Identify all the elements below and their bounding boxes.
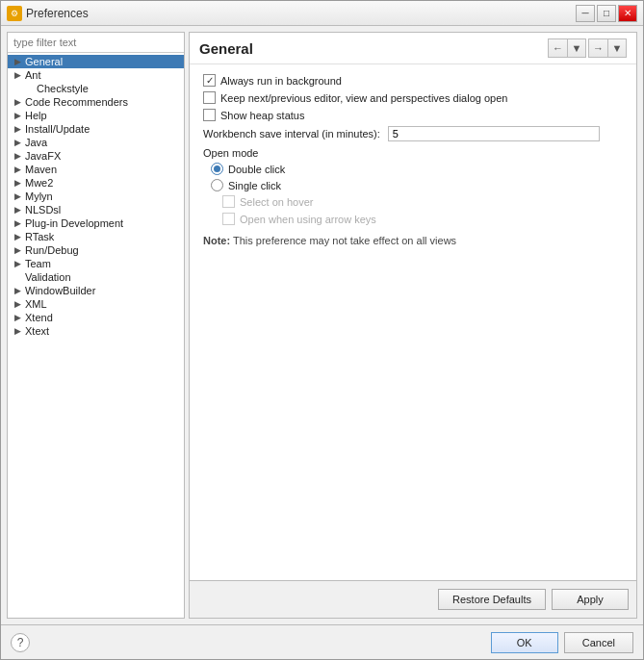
tree-item-mylyn[interactable]: ▶ Mylyn [8, 190, 184, 203]
footer-bar: ? OK Cancel [1, 624, 643, 659]
radio-double-click-label: Double click [228, 164, 285, 175]
cancel-button[interactable]: Cancel [564, 632, 633, 653]
workbench-row: Workbench save interval (in minutes): [203, 126, 623, 141]
label-help: Help [25, 110, 47, 121]
arrow-rtask: ▶ [12, 231, 23, 242]
checkbox-show-heap-input[interactable] [203, 109, 216, 121]
arrow-xtext: ▶ [12, 325, 23, 337]
label-mylyn: Mylyn [25, 190, 53, 202]
tree-item-team[interactable]: ▶ Team [8, 257, 184, 270]
tree-item-javafx[interactable]: ▶ JavaFX [8, 149, 184, 163]
arrow-general: ▶ [12, 56, 23, 67]
checkbox-always-run-input[interactable] [203, 74, 216, 87]
label-xml: XML [25, 298, 47, 310]
tree-item-xml[interactable]: ▶ XML [8, 297, 184, 311]
checkbox-keep-next-input[interactable] [203, 91, 216, 104]
checkbox-open-arrow-label: Open when using arrow keys [240, 214, 376, 225]
restore-defaults-button[interactable]: Restore Defaults [438, 589, 546, 610]
titlebar: ⚙ Preferences ─ □ ✕ [1, 1, 643, 26]
label-install-update: Install/Update [25, 123, 90, 135]
arrow-help: ▶ [12, 110, 23, 121]
label-xtend: Xtend [25, 312, 53, 323]
checkbox-open-arrow: Open when using arrow keys [222, 213, 623, 225]
bottom-buttons: Restore Defaults Apply [190, 580, 636, 618]
tree-area: ▶ General ▶ Ant ▶ Checkstyle ▶ Code Reco… [8, 53, 184, 618]
workbench-input[interactable] [388, 126, 600, 141]
label-maven: Maven [25, 164, 57, 175]
checkbox-always-run: Always run in background [203, 74, 623, 87]
window-icon: ⚙ [7, 6, 22, 21]
tree-item-maven[interactable]: ▶ Maven [8, 163, 184, 176]
titlebar-controls: ─ □ ✕ [576, 5, 637, 22]
radio-double-click: Double click [211, 163, 623, 175]
arrow-xtend: ▶ [12, 312, 23, 323]
filter-input[interactable] [8, 33, 184, 53]
arrow-ant: ▶ [12, 69, 23, 81]
note-prefix: Note: [203, 235, 230, 246]
tree-item-xtext[interactable]: ▶ Xtext [8, 324, 184, 338]
tree-item-help[interactable]: ▶ Help [8, 109, 184, 122]
label-general: General [25, 56, 63, 67]
tree-item-general[interactable]: ▶ General [8, 55, 184, 68]
checkbox-keep-next: Keep next/previous editor, view and pers… [203, 91, 623, 104]
checkbox-select-hover-label: Select on hover [240, 196, 313, 208]
arrow-maven: ▶ [12, 164, 23, 175]
radio-group: Double click Single click [203, 163, 623, 191]
label-team: Team [25, 258, 51, 269]
maximize-button[interactable]: □ [597, 5, 616, 22]
help-button[interactable]: ? [11, 633, 30, 652]
arrow-install-update: ▶ [12, 123, 23, 135]
panel-title: General [199, 40, 253, 57]
window-title: Preferences [26, 7, 89, 20]
checkbox-open-arrow-input[interactable] [222, 213, 235, 225]
arrow-team: ▶ [12, 258, 23, 269]
back-button[interactable]: ← [548, 38, 567, 58]
note-row: Note: This preference may not take effec… [203, 235, 623, 246]
minimize-button[interactable]: ─ [576, 5, 595, 22]
arrow-javafx: ▶ [12, 150, 23, 162]
tree-item-rtask[interactable]: ▶ RTask [8, 230, 184, 243]
checkbox-select-hover-input[interactable] [222, 195, 235, 208]
radio-double-click-input[interactable] [211, 163, 223, 175]
checkbox-show-heap-label: Show heap status [220, 110, 304, 121]
tree-item-ant[interactable]: ▶ Ant [8, 68, 184, 82]
close-button[interactable]: ✕ [618, 5, 637, 22]
back-dropdown[interactable]: ▼ [567, 38, 586, 58]
tree-item-nlsdsl[interactable]: ▶ NLSDsl [8, 203, 184, 216]
apply-button[interactable]: Apply [552, 589, 629, 610]
arrow-plugin-development: ▶ [12, 217, 23, 229]
label-java: Java [25, 137, 47, 148]
label-ant: Ant [25, 69, 41, 81]
forward-button[interactable]: → [588, 38, 607, 58]
tree-item-validation[interactable]: ▶ Validation [8, 270, 184, 284]
checkbox-always-run-label: Always run in background [220, 75, 342, 87]
checkbox-select-hover: Select on hover [222, 195, 623, 208]
titlebar-left: ⚙ Preferences [7, 6, 89, 21]
tree-item-run-debug[interactable]: ▶ Run/Debug [8, 243, 184, 257]
right-panel: General ← ▼ → ▼ Always run in backgr [189, 32, 637, 619]
left-panel: ▶ General ▶ Ant ▶ Checkstyle ▶ Code Reco… [7, 32, 185, 619]
tree-item-xtend[interactable]: ▶ Xtend [8, 311, 184, 324]
tree-item-plugin-development[interactable]: ▶ Plug-in Development [8, 216, 184, 230]
tree-item-code-recommenders[interactable]: ▶ Code Recommenders [8, 95, 184, 109]
checkbox-show-heap: Show heap status [203, 109, 623, 121]
tree-item-windowbuilder[interactable]: ▶ WindowBuilder [8, 284, 184, 297]
navigation-arrows: ← ▼ → ▼ [548, 38, 627, 58]
checkbox-keep-next-label: Keep next/previous editor, view and pers… [220, 92, 507, 104]
label-nlsdsl: NLSDsl [25, 204, 61, 216]
forward-group: → ▼ [588, 38, 627, 58]
open-mode-label: Open mode [203, 147, 623, 159]
footer-action-buttons: OK Cancel [491, 632, 633, 653]
back-group: ← ▼ [548, 38, 586, 58]
tree-item-checkstyle[interactable]: ▶ Checkstyle [8, 82, 184, 95]
tree-item-install-update[interactable]: ▶ Install/Update [8, 122, 184, 136]
forward-dropdown[interactable]: ▼ [607, 38, 627, 58]
tree-item-java[interactable]: ▶ Java [8, 136, 184, 149]
ok-button[interactable]: OK [491, 632, 558, 653]
content-area: ▶ General ▶ Ant ▶ Checkstyle ▶ Code Reco… [1, 26, 643, 624]
arrow-mwe2: ▶ [12, 177, 23, 189]
arrow-code-recommenders: ▶ [12, 96, 23, 108]
arrow-nlsdsl: ▶ [12, 204, 23, 216]
radio-single-click-input[interactable] [211, 179, 223, 191]
tree-item-mwe2[interactable]: ▶ Mwe2 [8, 176, 184, 190]
